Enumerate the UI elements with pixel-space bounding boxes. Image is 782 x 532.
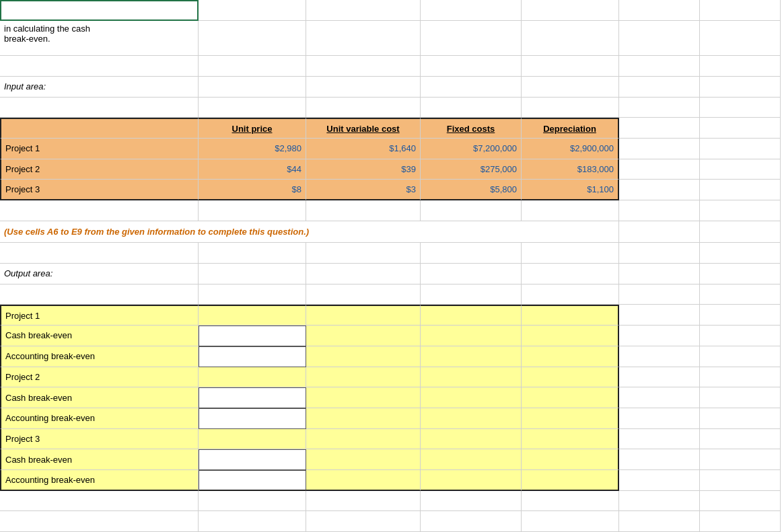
output-p1-acct-input-left	[199, 346, 306, 367]
cell-f3	[619, 56, 700, 77]
output-p2-cash-d	[421, 387, 522, 408]
output-p2-e	[522, 367, 619, 388]
cell-e3	[522, 56, 619, 77]
cell-b24	[199, 491, 306, 512]
selected-cell[interactable]	[0, 0, 199, 21]
output-p2-cash-e	[522, 387, 619, 408]
cell-g7	[700, 139, 781, 159]
cell-g3	[700, 56, 781, 77]
fixed-costs-header: Fixed costs	[421, 118, 522, 139]
intro-text: in calculating the cash break-even.	[0, 21, 199, 56]
depreciation-header: Depreciation	[522, 118, 619, 139]
project2-label: Project 2	[0, 159, 199, 180]
cell-g20	[700, 408, 781, 429]
project1-fixed-costs: $7,200,000	[421, 139, 522, 159]
cell-c25	[306, 511, 421, 532]
output-p2-cash-input-left	[199, 387, 306, 408]
output-p1-cash-input-left	[199, 326, 306, 346]
cell-a24	[0, 491, 199, 512]
cell-g5	[700, 98, 781, 118]
output-p3-acct-input-left	[199, 470, 306, 491]
cell-c12	[306, 243, 421, 264]
input-area-label: Input area:	[0, 77, 199, 98]
cell-g1	[700, 0, 781, 21]
cell-f10	[619, 200, 700, 221]
project3-label: Project 3	[0, 180, 199, 200]
project2-unit-price: $44	[199, 159, 306, 180]
output-p3-cash-label: Cash break-even	[0, 449, 199, 470]
output-p2-cash-label: Cash break-even	[0, 387, 199, 408]
cell-g14	[700, 284, 781, 305]
output-p1-acct-e	[522, 346, 619, 367]
output-p3-acct-input-right	[306, 470, 421, 491]
cell-f11	[619, 221, 700, 243]
cell-c10	[306, 200, 421, 221]
cell-g19	[700, 387, 781, 408]
output-p3-cash-d	[421, 449, 522, 470]
output-p3-b	[199, 429, 306, 450]
cell-f25	[619, 511, 700, 532]
cell-d14	[421, 284, 522, 305]
output-area-label: Output area:	[0, 264, 199, 284]
cell-e25	[522, 511, 619, 532]
cell-b3	[199, 56, 306, 77]
cell-g6	[700, 118, 781, 139]
notice-text: (Use cells A6 to E9 from the given infor…	[4, 227, 309, 237]
cell-e2	[522, 21, 619, 56]
cell-f6	[619, 118, 700, 139]
output-p3-d	[421, 429, 522, 450]
cell-e13	[522, 264, 619, 284]
output-p3-c	[306, 429, 421, 450]
cell-d4	[421, 77, 522, 98]
cell-f7	[619, 139, 700, 159]
project2-fixed-costs: $275,000	[421, 159, 522, 180]
cell-a12	[0, 243, 199, 264]
cell-f17	[619, 346, 700, 367]
cell-b14	[199, 284, 306, 305]
cell-g2	[700, 21, 781, 56]
output-p2-accounting-label: Accounting break-even	[0, 408, 199, 429]
cell-b12	[199, 243, 306, 264]
cell-g18	[700, 367, 781, 388]
output-p3-cash-e	[522, 449, 619, 470]
cell-a6-header	[0, 118, 199, 139]
cell-c1	[306, 0, 421, 21]
output-p1-accounting-label: Accounting break-even	[0, 346, 199, 367]
cell-d12	[421, 243, 522, 264]
cell-b1	[199, 0, 306, 21]
project1-depreciation: $2,900,000	[522, 139, 619, 159]
cell-e24	[522, 491, 619, 512]
cell-g9	[700, 180, 781, 200]
project3-unit-var-cost: $3	[306, 180, 421, 200]
cell-f19	[619, 387, 700, 408]
cell-g16	[700, 326, 781, 346]
output-p1-header-c	[306, 305, 421, 326]
cell-g13	[700, 264, 781, 284]
cell-f24	[619, 491, 700, 512]
project1-label: Project 1	[0, 139, 199, 159]
project2-depreciation: $183,000	[522, 159, 619, 180]
cell-e5	[522, 98, 619, 118]
cell-c4	[306, 77, 421, 98]
cell-e10	[522, 200, 619, 221]
project1-unit-price: $2,980	[199, 139, 306, 159]
cell-a14	[0, 284, 199, 305]
unit-price-header: Unit price	[199, 118, 306, 139]
cell-g12	[700, 243, 781, 264]
cell-c24	[306, 491, 421, 512]
cell-f16	[619, 326, 700, 346]
cell-e14	[522, 284, 619, 305]
cell-a5	[0, 98, 199, 118]
cell-f5	[619, 98, 700, 118]
cell-b13	[199, 264, 306, 284]
cell-f22	[619, 449, 700, 470]
cell-f18	[619, 367, 700, 388]
project3-fixed-costs: $5,800	[421, 180, 522, 200]
cell-f12	[619, 243, 700, 264]
cell-c5	[306, 98, 421, 118]
cell-d5	[421, 98, 522, 118]
project3-unit-price: $8	[199, 180, 306, 200]
cell-g4	[700, 77, 781, 98]
cell-d13	[421, 264, 522, 284]
cell-g10	[700, 200, 781, 221]
